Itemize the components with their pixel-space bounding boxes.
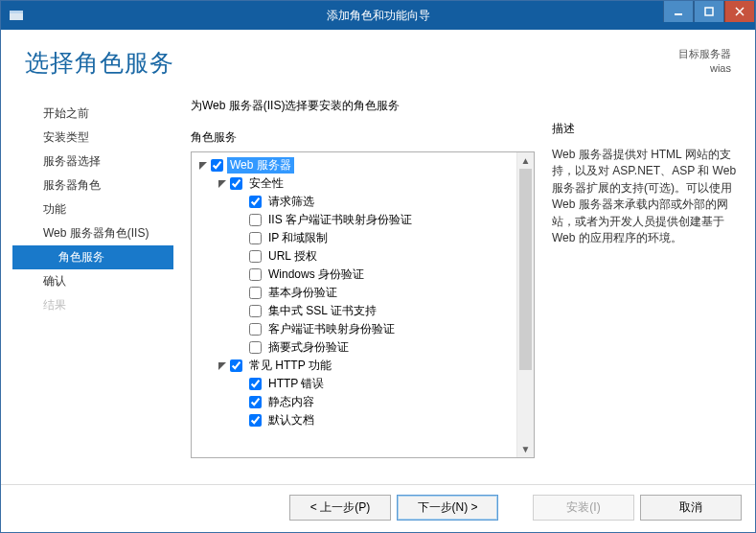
toggle-placeholder: [236, 251, 247, 263]
tree-item-label[interactable]: 摘要式身份验证: [265, 339, 352, 356]
toggle-placeholder: [236, 415, 247, 427]
install-button: 安装(I): [533, 495, 634, 521]
target-server-label: 目标服务器: [678, 47, 731, 61]
scroll-thumb[interactable]: [519, 169, 532, 370]
tree-item-label[interactable]: 安全性: [246, 175, 286, 192]
tree-item-label[interactable]: 集中式 SSL 证书支持: [265, 303, 379, 319]
svg-rect-1: [10, 11, 23, 13]
collapse-icon[interactable]: [217, 178, 228, 190]
tree-row[interactable]: 基本身份验证: [195, 284, 534, 302]
tree-checkbox[interactable]: [230, 177, 242, 190]
tree-row[interactable]: HTTP 错误: [195, 375, 534, 393]
wizard-footer: < 上一步(P) 下一步(N) > 安装(I) 取消: [1, 484, 755, 532]
collapse-icon[interactable]: [197, 160, 209, 172]
tree-row[interactable]: 集中式 SSL 证书支持: [195, 302, 534, 320]
sidebar-item[interactable]: 服务器选择: [12, 150, 173, 174]
sidebar-item-label: 服务器角色: [43, 178, 101, 192]
sidebar-item[interactable]: 开始之前: [12, 102, 173, 126]
tree-checkbox[interactable]: [249, 287, 262, 299]
next-button[interactable]: 下一步(N) >: [397, 495, 498, 521]
tree-item-label[interactable]: 请求筛选: [265, 194, 317, 210]
tree-row[interactable]: URL 授权: [195, 247, 534, 266]
sidebar-item-label: 功能: [43, 202, 66, 216]
tree-row[interactable]: 摘要式身份验证: [195, 338, 534, 357]
collapse-icon[interactable]: [217, 360, 228, 372]
title-bar: 添加角色和功能向导: [1, 1, 755, 30]
tree-item-label[interactable]: 常见 HTTP 功能: [246, 358, 334, 374]
tree-row[interactable]: 默认文档: [195, 411, 534, 429]
tree-row[interactable]: 静态内容: [195, 393, 534, 411]
tree-row[interactable]: IIS 客户端证书映射身份验证: [195, 211, 534, 229]
tree-row[interactable]: Windows 身份验证: [195, 266, 534, 284]
tree-item-label[interactable]: IIS 客户端证书映射身份验证: [265, 212, 415, 228]
wizard-body: 选择角色服务 目标服务器 wias 开始之前安装类型服务器选择服务器角色功能We…: [1, 30, 755, 532]
sidebar-item[interactable]: Web 服务器角色(IIS): [12, 221, 173, 245]
tree-row[interactable]: Web 服务器: [195, 156, 534, 174]
tree-item-label[interactable]: Web 服务器: [227, 157, 294, 174]
sidebar-item[interactable]: 安装类型: [12, 126, 173, 150]
tree-item-label[interactable]: 默认文档: [265, 412, 317, 429]
toggle-placeholder: [236, 397, 247, 408]
tree-item-label[interactable]: 基本身份验证: [265, 285, 340, 301]
tree-item-label[interactable]: URL 授权: [265, 248, 320, 265]
sidebar-item-label: 开始之前: [43, 106, 89, 120]
sidebar-item[interactable]: 功能: [12, 197, 173, 221]
tree-checkbox[interactable]: [249, 232, 262, 244]
tree-content: Web 服务器安全性请求筛选IIS 客户端证书映射身份验证IP 和域限制URL …: [192, 152, 534, 457]
sidebar-item[interactable]: 服务器角色: [12, 174, 173, 197]
section-label: 角色服务: [191, 129, 535, 146]
instruction-text: 为Web 服务器(IIS)选择要安装的角色服务: [191, 98, 535, 114]
sidebar-item-label: 服务器选择: [43, 154, 101, 168]
sidebar-item[interactable]: 角色服务: [12, 245, 173, 269]
toggle-placeholder: [236, 269, 247, 281]
sidebar-item-label: 结果: [43, 298, 66, 312]
tree-checkbox[interactable]: [211, 159, 223, 172]
tree-row[interactable]: IP 和域限制: [195, 229, 534, 247]
role-services-tree: Web 服务器安全性请求筛选IIS 客户端证书映射身份验证IP 和域限制URL …: [191, 151, 535, 458]
toggle-placeholder: [236, 215, 247, 226]
tree-checkbox[interactable]: [249, 323, 262, 336]
cancel-button[interactable]: 取消: [640, 495, 742, 521]
sidebar-item-label: 安装类型: [43, 130, 89, 144]
tree-item-label[interactable]: IP 和域限制: [265, 230, 331, 246]
svg-rect-3: [705, 8, 713, 15]
sidebar-item-label: Web 服务器角色(IIS): [43, 226, 149, 240]
tree-item-label[interactable]: Windows 身份验证: [265, 266, 367, 283]
previous-button[interactable]: < 上一步(P): [289, 495, 391, 521]
tree-checkbox[interactable]: [230, 359, 242, 372]
scroll-track[interactable]: [517, 169, 534, 441]
scroll-down-arrow[interactable]: ▼: [517, 441, 534, 457]
toggle-placeholder: [236, 324, 247, 336]
tree-checkbox[interactable]: [249, 196, 262, 208]
tree-item-label[interactable]: HTTP 错误: [265, 376, 327, 392]
tree-checkbox[interactable]: [249, 341, 262, 354]
tree-checkbox[interactable]: [249, 305, 262, 317]
description-title: 描述: [552, 121, 744, 137]
tree-row[interactable]: 安全性: [195, 174, 534, 193]
maximize-button[interactable]: [694, 1, 724, 22]
tree-scrollbar[interactable]: ▲ ▼: [516, 152, 534, 457]
wizard-window: 添加角色和功能向导 选择角色服务 目标服务器 wias 开始之前安装类型服务器选…: [0, 0, 756, 533]
toggle-placeholder: [236, 197, 247, 208]
app-icon: [7, 6, 26, 25]
tree-checkbox[interactable]: [249, 378, 262, 390]
tree-item-label[interactable]: 客户端证书映射身份验证: [265, 321, 398, 337]
close-button[interactable]: [724, 1, 755, 22]
tree-row[interactable]: 客户端证书映射身份验证: [195, 320, 534, 338]
scroll-up-arrow[interactable]: ▲: [517, 152, 534, 169]
target-server-name: wias: [678, 61, 731, 76]
wizard-header: 选择角色服务 目标服务器 wias: [1, 30, 755, 88]
tree-row[interactable]: 请求筛选: [195, 193, 534, 211]
tree-checkbox[interactable]: [249, 396, 262, 408]
sidebar-item[interactable]: 确认: [12, 269, 173, 293]
minimize-button[interactable]: [663, 1, 694, 22]
toggle-placeholder: [236, 342, 247, 354]
sidebar-item-label: 确认: [43, 274, 66, 288]
tree-checkbox[interactable]: [249, 214, 262, 226]
tree-checkbox[interactable]: [249, 268, 262, 281]
tree-row[interactable]: 常见 HTTP 功能: [195, 357, 534, 375]
toggle-placeholder: [236, 379, 247, 390]
tree-checkbox[interactable]: [249, 414, 262, 427]
tree-item-label[interactable]: 静态内容: [265, 394, 317, 410]
tree-checkbox[interactable]: [249, 250, 262, 263]
